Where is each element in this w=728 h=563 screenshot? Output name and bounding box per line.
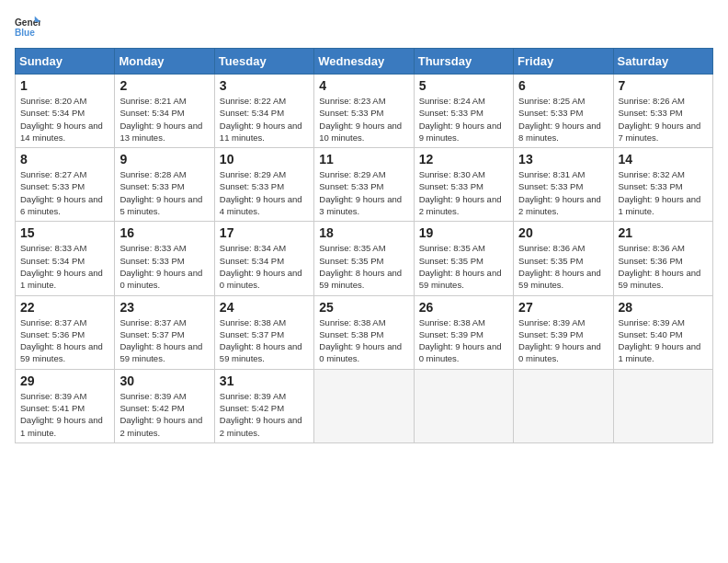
day-number: 1 — [20, 78, 109, 93]
calendar-cell: 13 Sunrise: 8:31 AM Sunset: 5:33 PM Dayl… — [514, 148, 613, 222]
calendar-cell: 25 Sunrise: 8:38 AM Sunset: 5:38 PM Dayl… — [314, 295, 414, 369]
day-number: 17 — [220, 225, 309, 240]
calendar-cell — [613, 369, 712, 442]
day-info: Sunrise: 8:35 AM Sunset: 5:35 PM Dayligh… — [319, 242, 408, 291]
calendar-cell: 1 Sunrise: 8:20 AM Sunset: 5:34 PM Dayli… — [16, 75, 115, 148]
day-info: Sunrise: 8:33 AM Sunset: 5:33 PM Dayligh… — [119, 242, 209, 291]
day-info: Sunrise: 8:38 AM Sunset: 5:38 PM Dayligh… — [319, 316, 408, 365]
day-info: Sunrise: 8:23 AM Sunset: 5:33 PM Dayligh… — [319, 95, 408, 144]
calendar-cell: 18 Sunrise: 8:35 AM Sunset: 5:35 PM Dayl… — [314, 222, 414, 295]
page-header: General Blue — [15, 15, 713, 40]
logo-icon: General Blue — [15, 15, 40, 40]
calendar-week-5: 29 Sunrise: 8:39 AM Sunset: 5:41 PM Dayl… — [16, 369, 713, 442]
calendar-cell: 22 Sunrise: 8:37 AM Sunset: 5:36 PM Dayl… — [16, 295, 115, 369]
day-info: Sunrise: 8:29 AM Sunset: 5:33 PM Dayligh… — [319, 168, 408, 217]
calendar-cell: 14 Sunrise: 8:32 AM Sunset: 5:33 PM Dayl… — [613, 148, 712, 222]
day-info: Sunrise: 8:28 AM Sunset: 5:33 PM Dayligh… — [119, 168, 209, 217]
day-info: Sunrise: 8:39 AM Sunset: 5:39 PM Dayligh… — [518, 316, 608, 365]
calendar-cell: 3 Sunrise: 8:22 AM Sunset: 5:34 PM Dayli… — [214, 75, 313, 148]
day-number: 28 — [619, 300, 708, 315]
day-info: Sunrise: 8:20 AM Sunset: 5:34 PM Dayligh… — [20, 95, 109, 144]
day-info: Sunrise: 8:39 AM Sunset: 5:42 PM Dayligh… — [220, 390, 309, 439]
calendar-table: SundayMondayTuesdayWednesdayThursdayFrid… — [15, 48, 713, 443]
calendar-week-1: 1 Sunrise: 8:20 AM Sunset: 5:34 PM Dayli… — [16, 75, 713, 148]
day-info: Sunrise: 8:39 AM Sunset: 5:40 PM Dayligh… — [619, 316, 708, 365]
calendar-cell: 27 Sunrise: 8:39 AM Sunset: 5:39 PM Dayl… — [514, 295, 613, 369]
day-info: Sunrise: 8:39 AM Sunset: 5:41 PM Dayligh… — [20, 390, 109, 439]
calendar-cell: 26 Sunrise: 8:38 AM Sunset: 5:39 PM Dayl… — [414, 295, 513, 369]
calendar-cell: 30 Sunrise: 8:39 AM Sunset: 5:42 PM Dayl… — [115, 369, 214, 442]
header-friday: Friday — [514, 49, 613, 75]
calendar-header-row: SundayMondayTuesdayWednesdayThursdayFrid… — [16, 49, 713, 75]
calendar-cell: 6 Sunrise: 8:25 AM Sunset: 5:33 PM Dayli… — [514, 75, 613, 148]
day-info: Sunrise: 8:38 AM Sunset: 5:37 PM Dayligh… — [220, 316, 309, 365]
calendar-cell: 31 Sunrise: 8:39 AM Sunset: 5:42 PM Dayl… — [214, 369, 313, 442]
calendar-cell: 29 Sunrise: 8:39 AM Sunset: 5:41 PM Dayl… — [16, 369, 115, 442]
day-info: Sunrise: 8:34 AM Sunset: 5:34 PM Dayligh… — [220, 242, 309, 291]
day-info: Sunrise: 8:30 AM Sunset: 5:33 PM Dayligh… — [419, 168, 508, 217]
day-number: 21 — [619, 225, 708, 240]
header-sunday: Sunday — [16, 49, 115, 75]
day-info: Sunrise: 8:25 AM Sunset: 5:33 PM Dayligh… — [518, 95, 608, 144]
day-number: 24 — [220, 300, 309, 315]
day-info: Sunrise: 8:33 AM Sunset: 5:34 PM Dayligh… — [20, 242, 109, 291]
day-number: 2 — [119, 78, 209, 93]
calendar-cell: 10 Sunrise: 8:29 AM Sunset: 5:33 PM Dayl… — [214, 148, 313, 222]
day-number: 9 — [119, 152, 209, 167]
calendar-cell: 5 Sunrise: 8:24 AM Sunset: 5:33 PM Dayli… — [414, 75, 513, 148]
calendar-cell — [414, 369, 513, 442]
header-saturday: Saturday — [613, 49, 712, 75]
calendar-week-3: 15 Sunrise: 8:33 AM Sunset: 5:34 PM Dayl… — [16, 222, 713, 295]
day-info: Sunrise: 8:39 AM Sunset: 5:42 PM Dayligh… — [119, 390, 209, 439]
header-wednesday: Wednesday — [314, 49, 414, 75]
calendar-cell: 2 Sunrise: 8:21 AM Sunset: 5:34 PM Dayli… — [115, 75, 214, 148]
day-number: 3 — [220, 78, 309, 93]
day-info: Sunrise: 8:26 AM Sunset: 5:33 PM Dayligh… — [619, 95, 708, 144]
day-info: Sunrise: 8:36 AM Sunset: 5:35 PM Dayligh… — [518, 242, 608, 291]
day-number: 8 — [20, 152, 109, 167]
day-number: 13 — [518, 152, 608, 167]
day-info: Sunrise: 8:27 AM Sunset: 5:33 PM Dayligh… — [20, 168, 109, 217]
day-number: 18 — [319, 225, 408, 240]
day-info: Sunrise: 8:24 AM Sunset: 5:33 PM Dayligh… — [419, 95, 508, 144]
day-number: 7 — [619, 78, 708, 93]
day-number: 23 — [119, 300, 209, 315]
header-thursday: Thursday — [414, 49, 513, 75]
day-info: Sunrise: 8:37 AM Sunset: 5:37 PM Dayligh… — [119, 316, 209, 365]
day-info: Sunrise: 8:32 AM Sunset: 5:33 PM Dayligh… — [619, 168, 708, 217]
day-number: 6 — [518, 78, 608, 93]
day-info: Sunrise: 8:29 AM Sunset: 5:33 PM Dayligh… — [220, 168, 309, 217]
day-number: 29 — [20, 373, 109, 388]
day-number: 15 — [20, 225, 109, 240]
calendar-week-4: 22 Sunrise: 8:37 AM Sunset: 5:36 PM Dayl… — [16, 295, 713, 369]
day-number: 19 — [419, 225, 508, 240]
day-number: 26 — [419, 300, 508, 315]
calendar-cell: 4 Sunrise: 8:23 AM Sunset: 5:33 PM Dayli… — [314, 75, 414, 148]
day-number: 31 — [220, 373, 309, 388]
calendar-cell: 23 Sunrise: 8:37 AM Sunset: 5:37 PM Dayl… — [115, 295, 214, 369]
day-info: Sunrise: 8:36 AM Sunset: 5:36 PM Dayligh… — [619, 242, 708, 291]
day-number: 12 — [419, 152, 508, 167]
day-number: 16 — [119, 225, 209, 240]
day-info: Sunrise: 8:37 AM Sunset: 5:36 PM Dayligh… — [20, 316, 109, 365]
calendar-cell: 28 Sunrise: 8:39 AM Sunset: 5:40 PM Dayl… — [613, 295, 712, 369]
calendar-cell: 20 Sunrise: 8:36 AM Sunset: 5:35 PM Dayl… — [514, 222, 613, 295]
calendar-cell: 9 Sunrise: 8:28 AM Sunset: 5:33 PM Dayli… — [115, 148, 214, 222]
day-number: 30 — [119, 373, 209, 388]
calendar-week-2: 8 Sunrise: 8:27 AM Sunset: 5:33 PM Dayli… — [16, 148, 713, 222]
day-number: 14 — [619, 152, 708, 167]
calendar-cell: 15 Sunrise: 8:33 AM Sunset: 5:34 PM Dayl… — [16, 222, 115, 295]
logo: General Blue — [15, 15, 40, 40]
day-number: 22 — [20, 300, 109, 315]
day-number: 4 — [319, 78, 408, 93]
calendar-cell: 16 Sunrise: 8:33 AM Sunset: 5:33 PM Dayl… — [115, 222, 214, 295]
day-number: 10 — [220, 152, 309, 167]
calendar-cell: 12 Sunrise: 8:30 AM Sunset: 5:33 PM Dayl… — [414, 148, 513, 222]
calendar-cell — [314, 369, 414, 442]
day-info: Sunrise: 8:21 AM Sunset: 5:34 PM Dayligh… — [119, 95, 209, 144]
day-number: 27 — [518, 300, 608, 315]
calendar-cell: 24 Sunrise: 8:38 AM Sunset: 5:37 PM Dayl… — [214, 295, 313, 369]
day-number: 11 — [319, 152, 408, 167]
day-info: Sunrise: 8:22 AM Sunset: 5:34 PM Dayligh… — [220, 95, 309, 144]
day-info: Sunrise: 8:35 AM Sunset: 5:35 PM Dayligh… — [419, 242, 508, 291]
